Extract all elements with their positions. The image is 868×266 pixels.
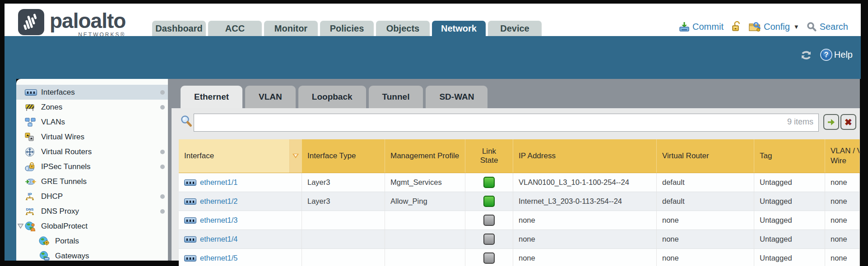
sidebar-item-portals[interactable]: Portals [16,234,168,248]
table-row: ethernet1/4 none none Untagged none [179,230,860,249]
cell-interface: ethernet1/4 [179,230,302,248]
interface-link[interactable]: ethernet1/1 [200,178,237,187]
help-button[interactable]: ? Help [820,49,853,61]
sidebar-item-vlans[interactable]: VLANs [16,115,168,129]
svg-text:IP: IP [28,192,32,197]
tab-tunnel[interactable]: Tunnel [369,86,423,108]
sort-dropdown-button[interactable] [290,139,302,173]
tab-ethernet[interactable]: Ethernet [181,86,242,108]
cell-vlan: none [825,211,860,229]
ethernet-port-icon [184,255,196,261]
interface-link[interactable]: ethernet1/4 [200,235,237,243]
dhcp-icon: IP [25,192,37,202]
cell-virtual-router: default [657,173,754,192]
sidebar-item-virtual-wires[interactable]: Virtual Wires [16,129,168,144]
col-header-ip-address[interactable]: IP Address [513,139,657,173]
commit-label: Commit [692,22,724,32]
filter-bar: 9 items [194,114,819,132]
interface-link[interactable]: ethernet1/5 [200,254,237,262]
config-menu-button[interactable]: Config ▼ [749,21,799,32]
tab-vlan[interactable]: VLAN [245,86,296,108]
link-state-down-icon [483,252,495,264]
nav-tab-objects[interactable]: Objects [376,21,430,36]
link-state-up-icon [483,177,495,188]
nav-tab-dashboard[interactable]: Dashboard [152,21,206,36]
col-header-vlan-virtual-wire[interactable]: VLAN / Virtual Wire [825,139,860,173]
help-label: Help [834,50,853,60]
filter-input[interactable] [194,114,819,132]
col-header-management-profile[interactable]: Management Profile [385,139,465,173]
nav-tab-device[interactable]: Device [488,21,542,36]
cell-management-profile [385,211,465,229]
ethernet-port-icon [184,217,196,224]
cell-management-profile: Allow_Ping [385,192,465,211]
gateways-icon [39,251,51,261]
nav-tab-policies[interactable]: Policies [320,21,374,36]
vlans-icon [25,118,37,127]
apply-filter-icon [827,118,836,126]
table-row: ethernet1/5 none none Untagged none [179,249,860,266]
search-button[interactable]: Search [807,22,848,32]
refresh-icon[interactable] [799,49,813,61]
sidebar-item-gateways[interactable]: Gateways [16,248,168,263]
tab-loopback[interactable]: Loopback [298,86,366,108]
paloalto-logo: paloalto NETWORKS® [18,9,125,38]
clear-filter-icon: ✖ [845,118,852,127]
pin-dot [160,194,165,199]
cell-interface: ethernet1/2 [179,192,302,211]
pin-dot [160,165,165,169]
cell-link-state [465,230,513,248]
virtual-routers-icon [25,147,37,157]
sidebar-item-zones[interactable]: Zones [16,100,168,115]
nav-tab-acc[interactable]: ACC [208,21,262,36]
sidebar-item-label: Portals [55,237,79,246]
col-header-interface-type[interactable]: Interface Type [302,139,385,173]
sidebar-item-interfaces[interactable]: Interfaces [16,85,168,100]
cell-tag: Untagged [754,192,825,211]
nav-tab-network[interactable]: Network [432,21,486,36]
table-row: ethernet1/2 Layer3 Allow_Ping Internet_L… [179,192,860,211]
sidebar-item-virtual-routers[interactable]: Virtual Routers [16,144,168,159]
cell-virtual-router: default [657,192,754,211]
col-header-link-state[interactable]: Link State [465,139,513,173]
nav-tab-monitor[interactable]: Monitor [264,21,318,36]
commit-button[interactable]: Commit [679,21,724,32]
tab-sdwan[interactable]: SD-WAN [426,86,487,108]
link-state-up-icon [483,196,495,207]
sidebar-item-label: Gateways [55,252,89,261]
cell-interface: ethernet1/3 [179,211,302,229]
pin-dot [160,150,165,154]
lock-icon[interactable] [731,21,742,32]
left-margin [5,79,16,261]
interface-link[interactable]: ethernet1/2 [200,197,237,206]
link-state-down-icon [483,234,495,245]
cell-vlan: none [825,192,860,211]
cell-interface-type [302,211,385,229]
collapse-triangle-icon[interactable] [16,224,25,229]
config-icon [749,21,761,32]
item-count: 9 items [787,117,813,127]
cell-management-profile [385,230,465,248]
sidebar-item-gre-tunnels[interactable]: GRE Tunnels [16,174,168,189]
interface-link[interactable]: ethernet1/3 [200,216,237,225]
col-header-tag[interactable]: Tag [754,139,825,173]
sidebar-item-ipsec-tunnels[interactable]: IPSec Tunnels [16,159,168,174]
filter-search-icon [181,115,193,128]
ipsec-tunnels-icon [25,162,37,171]
col-header-interface[interactable]: Interface [179,139,290,173]
apply-filter-button[interactable] [823,114,839,130]
cell-interface-type [302,249,385,266]
sidebar-item-label: VLANs [41,118,65,127]
sidebar-item-dhcp[interactable]: IP DHCP [16,189,168,204]
cell-vlan: none [825,249,860,266]
sidebar-item-dns-proxy[interactable]: DNS DNS Proxy [16,204,168,219]
clear-filter-button[interactable]: ✖ [840,114,856,130]
cell-ip-address: none [513,249,657,266]
sort-arrow-icon [292,154,299,158]
cell-link-state [465,249,513,266]
col-header-virtual-router[interactable]: Virtual Router [657,139,754,173]
table-row: ethernet1/3 none none Untagged none [179,211,860,230]
pin-dot [160,209,165,214]
cell-ip-address: none [513,211,657,229]
sidebar-item-globalprotect[interactable]: GlobalProtect [16,219,168,234]
